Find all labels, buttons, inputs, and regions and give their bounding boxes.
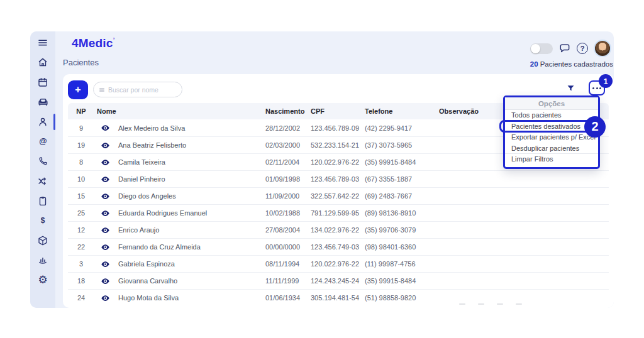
cell-nascimento: 01/06/1934 [265, 294, 311, 302]
waiting-room-icon[interactable] [30, 92, 55, 112]
view-patient-button[interactable] [94, 209, 116, 218]
cell-telefone: (51) 98858-9820 [365, 294, 439, 302]
filter-icon[interactable] [566, 84, 575, 95]
home-icon[interactable] [30, 53, 55, 73]
table-row[interactable]: 18 Giovanna Carvalho 11/11/1999 124.243.… [68, 272, 609, 289]
add-patient-button[interactable]: + [68, 80, 88, 99]
view-patient-button[interactable] [94, 293, 116, 303]
eye-icon [101, 209, 110, 218]
eye-icon [101, 259, 110, 269]
cell-nascimento: 11/09/2000 [265, 192, 311, 200]
column-header-np: NP [68, 107, 94, 115]
reports-icon[interactable] [30, 251, 55, 271]
cell-nascimento: 27/08/2004 [265, 226, 311, 234]
cell-telefone: (69) 2483-7667 [365, 192, 439, 200]
menu-item-label: Limpar Filtros [511, 155, 553, 163]
cell-nascimento: 28/12/2002 [265, 124, 311, 132]
cell-telefone: (67) 3355-1887 [365, 175, 439, 183]
eye-icon [101, 123, 110, 133]
cell-np: 9 [68, 124, 94, 132]
menu-item[interactable]: Todos pacientes [505, 110, 598, 121]
menu-item[interactable]: Pacientes desativados 2 [505, 121, 598, 133]
cell-nascimento: 01/09/1998 [265, 175, 311, 183]
financial-icon[interactable]: $ [30, 211, 55, 231]
cell-nome: Fernando da Cruz Almeida [116, 243, 265, 251]
theme-toggle[interactable] [530, 43, 553, 54]
cell-nome: Alex Medeiro da Silva [116, 124, 265, 132]
view-patient-button[interactable] [94, 123, 116, 133]
eye-icon [101, 158, 110, 167]
cell-nascimento: 02/03/2000 [265, 141, 311, 149]
mentions-icon[interactable]: @ [30, 132, 55, 152]
eye-icon [101, 141, 110, 150]
menu-icon[interactable] [30, 33, 55, 53]
view-patient-button[interactable] [94, 158, 116, 167]
cell-np: 12 [68, 226, 94, 234]
cell-cpf: 120.022.976-22 [311, 260, 365, 268]
cell-telefone: (89) 98136-8910 [365, 209, 439, 217]
menu-item[interactable]: Limpar Filtros [505, 154, 598, 165]
cell-np: 19 [68, 141, 94, 149]
table-row[interactable]: 10 Daniel Pinheiro 01/09/1998 123.456.78… [68, 170, 609, 187]
cell-nome: Daniel Pinheiro [116, 175, 265, 183]
settings-icon[interactable]: ⚙ [30, 270, 55, 290]
table-row[interactable]: 15 Diego dos Angeles 11/09/2000 322.557.… [68, 187, 609, 204]
help-icon[interactable]: ? [577, 43, 588, 54]
cell-nome: Eduarda Rodrigues Emanuel [116, 209, 265, 217]
view-patient-button[interactable] [94, 226, 116, 235]
cell-np: 22 [68, 243, 94, 251]
eye-icon [101, 276, 110, 286]
cell-telefone: (98) 98401-6360 [365, 243, 439, 251]
cell-cpf: 322.557.642-22 [311, 192, 365, 200]
cell-nome: Gabriela Espinoza [116, 260, 265, 268]
cell-cpf: 124.243.245-24 [311, 277, 365, 285]
column-header-telefone: Telefone [365, 107, 439, 115]
view-patient-button[interactable] [94, 276, 116, 286]
search-input[interactable] [108, 86, 177, 94]
user-avatar[interactable] [594, 40, 611, 57]
search-menu-icon [99, 87, 105, 93]
cell-nome: Giovanna Carvalho [116, 277, 265, 285]
menu-item-label: Todos pacientes [511, 111, 562, 119]
cell-nome: Ana Beatriz Felisberto [116, 141, 265, 149]
cell-cpf: 123.456.749-03 [311, 243, 365, 251]
cell-nascimento: 10/02/1988 [265, 209, 311, 217]
phone-icon[interactable] [30, 151, 55, 172]
cell-cpf: 791.129.599-95 [311, 209, 365, 217]
cell-np: 24 [68, 294, 94, 302]
search-box[interactable] [93, 82, 182, 97]
view-patient-button[interactable] [94, 243, 116, 252]
svg-text:$: $ [41, 216, 45, 225]
inventory-icon[interactable] [30, 231, 55, 251]
table-row[interactable]: 3 Gabriela Espinoza 08/11/1994 120.022.9… [68, 255, 609, 272]
toggle-knob [531, 44, 540, 53]
patients-icon[interactable] [30, 112, 55, 132]
view-patient-button[interactable] [94, 141, 116, 150]
calendar-icon[interactable] [30, 72, 55, 92]
table-row[interactable]: 25 Eduarda Rodrigues Emanuel 10/02/1988 … [68, 204, 609, 221]
column-header-nome: Nome [94, 107, 265, 115]
cell-nascimento: 11/11/1999 [265, 277, 311, 285]
view-patient-button[interactable] [94, 175, 116, 184]
cell-telefone: (35) 99915-8484 [365, 158, 439, 166]
integrations-icon[interactable] [30, 172, 55, 192]
options-menu-title: Opções [505, 97, 598, 110]
cell-telefone: (11) 99987-4756 [365, 260, 439, 268]
column-header-cpf: CPF [311, 107, 365, 115]
menu-item-label: Pacientes desativados [511, 123, 580, 130]
cell-cpf: 532.233.154-21 [311, 141, 365, 149]
view-patient-button[interactable] [94, 192, 116, 201]
cell-nome: Camila Teixeira [116, 158, 265, 166]
clipboard-icon[interactable] [30, 191, 55, 211]
cell-nascimento: 08/11/1994 [265, 260, 311, 268]
menu-item[interactable]: Exportar pacientes p/ Excel [505, 132, 598, 143]
cell-cpf: 123.456.789-09 [311, 124, 365, 132]
table-row[interactable]: 22 Fernando da Cruz Almeida 00/00/0000 1… [68, 238, 609, 255]
svg-text:@: @ [39, 137, 47, 146]
patients-card: + 1 NP Nome Nascimento CPF Telefone Obse… [63, 74, 614, 308]
cell-np: 18 [68, 277, 94, 285]
chat-bubble-icon[interactable] [558, 42, 571, 55]
table-row[interactable]: 12 Enrico Araujo 27/08/2004 134.022.976-… [68, 221, 609, 238]
menu-item[interactable]: Desduplicar pacientes [505, 143, 598, 155]
view-patient-button[interactable] [94, 259, 116, 269]
